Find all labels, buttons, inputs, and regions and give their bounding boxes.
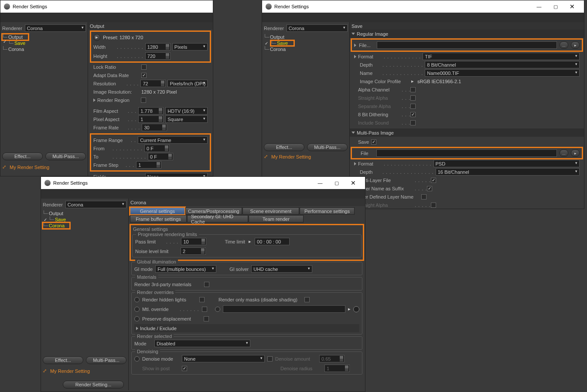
pd-radio[interactable]: [134, 316, 140, 321]
tab-general[interactable]: General settings: [130, 207, 185, 215]
lock-ratio-check[interactable]: [141, 64, 147, 70]
width-input[interactable]: 1280: [145, 43, 171, 51]
renderer-select[interactable]: Corona: [25, 24, 86, 32]
preset-play-icon[interactable]: ▸: [93, 34, 100, 41]
udln-check[interactable]: [421, 194, 427, 199]
multipass-button[interactable]: Multi-Pass...: [86, 356, 126, 364]
name-select[interactable]: Name0000.TIF: [425, 69, 580, 77]
film-aspect-input[interactable]: 1.778: [138, 107, 164, 115]
preset-label[interactable]: Preset: 1280 x 720: [103, 35, 143, 40]
maximize-button[interactable]: ▢: [328, 180, 345, 186]
mp-depth-select[interactable]: 16 Bit/Channel: [436, 168, 580, 176]
titlebar[interactable]: Render Settings: [0, 0, 213, 13]
tree-save[interactable]: Save: [43, 216, 126, 223]
mlf-check[interactable]: [431, 178, 436, 183]
close-button[interactable]: ✕: [564, 3, 580, 10]
rhl-check[interactable]: [199, 297, 205, 302]
minimize-button[interactable]: —: [531, 4, 547, 9]
dnm-radio[interactable]: [134, 356, 140, 362]
depth-select[interactable]: 8 Bit/Channel: [425, 61, 580, 68]
r3p-check[interactable]: [204, 282, 209, 287]
lns-check[interactable]: [427, 186, 432, 191]
tree-corona[interactable]: Corona: [264, 46, 348, 52]
arrow-icon[interactable]: ▸: [348, 306, 351, 312]
mp-format-select[interactable]: PSD: [433, 160, 580, 167]
mp-save-check[interactable]: [371, 139, 376, 145]
resolution-unit[interactable]: Pixels/Inch (DPI): [167, 80, 208, 87]
include-exclude-header[interactable]: Include / Exclude: [134, 324, 359, 332]
tree-save[interactable]: Save: [2, 40, 86, 46]
noise-limit-input[interactable]: 2: [181, 247, 206, 255]
from-input[interactable]: 0 F: [144, 145, 170, 152]
effect-button[interactable]: Effect...: [43, 356, 83, 364]
width-unit[interactable]: Pixels: [172, 43, 208, 51]
rom-check[interactable]: [304, 297, 310, 302]
format-expand-icon[interactable]: [354, 55, 356, 58]
render-setting-button[interactable]: Render Setting...: [63, 381, 124, 389]
alpha-check[interactable]: [410, 87, 416, 92]
maximize-button[interactable]: ▢: [547, 4, 564, 10]
time-limit-input[interactable]: 00 : 00 : 00: [255, 238, 290, 245]
globe-icon[interactable]: [353, 306, 359, 312]
minimize-button[interactable]: —: [312, 180, 328, 186]
resolution-input[interactable]: 72: [140, 80, 166, 87]
tree-output[interactable]: Output: [264, 34, 348, 40]
file-path-input[interactable]: [377, 41, 557, 49]
multipass-image-header[interactable]: Multi-Pass Image: [350, 128, 584, 137]
dnm-check[interactable]: [267, 356, 273, 362]
gi-mode-select[interactable]: Full (multiple bounces): [155, 265, 216, 273]
save-tree-check[interactable]: [264, 41, 269, 46]
titlebar[interactable]: Render Settings — ▢ ✕: [262, 0, 584, 13]
to-input[interactable]: 0 F: [148, 153, 173, 160]
mp-file-input[interactable]: [376, 149, 557, 157]
tab-perf[interactable]: Performance settings: [300, 207, 355, 215]
render-mode-select[interactable]: Disabled: [154, 340, 250, 347]
mtl-radio[interactable]: [134, 307, 140, 312]
mtl-override-input[interactable]: [223, 305, 345, 313]
region-expand-icon[interactable]: [93, 98, 96, 102]
save-tree-check3[interactable]: [43, 217, 48, 223]
tree-corona[interactable]: Corona: [2, 46, 86, 52]
my-render-setting[interactable]: My Render Setting: [50, 368, 90, 374]
file-expand-icon[interactable]: [354, 44, 356, 47]
titlebar[interactable]: Render Settings — ▢ ✕: [41, 177, 365, 189]
gi-solver-select[interactable]: UHD cache: [251, 265, 312, 273]
mp-play-button[interactable]: ▸: [571, 149, 580, 157]
rhl-radio[interactable]: [134, 297, 140, 302]
regular-image-header[interactable]: Regular Image: [350, 30, 584, 38]
pixel-aspect-input[interactable]: 1: [138, 115, 164, 123]
tab-gi2[interactable]: Secondary GI: UHD Cache: [187, 215, 248, 223]
tree-output[interactable]: Output: [43, 210, 126, 216]
close-button[interactable]: ✕: [345, 179, 362, 186]
frame-rate-input[interactable]: 30: [142, 124, 167, 131]
mtl-radio2[interactable]: [215, 307, 220, 312]
multipass-button[interactable]: Multi-Pass...: [45, 152, 86, 160]
adapt-rate-check[interactable]: [141, 73, 147, 78]
browse-button[interactable]: ...: [560, 41, 568, 49]
pixel-aspect-preset[interactable]: Square: [165, 115, 208, 123]
renderer-select[interactable]: Corona: [287, 24, 348, 32]
icp-expand-icon[interactable]: ▸: [411, 78, 414, 84]
play-button[interactable]: ▸: [571, 41, 580, 49]
effect-button[interactable]: Effect...: [2, 152, 43, 160]
multipass-button[interactable]: Multi-Pass...: [307, 143, 348, 151]
save-enable-check[interactable]: [2, 39, 7, 44]
dither-check[interactable]: [410, 112, 416, 117]
tab-fb[interactable]: Frame buffer settings: [130, 215, 187, 223]
pass-limit-input[interactable]: 10: [181, 238, 206, 245]
denoise-mode-select[interactable]: None: [182, 355, 265, 362]
renderer-select[interactable]: Corona: [65, 201, 126, 208]
mp-format-expand[interactable]: [354, 162, 356, 166]
my-render-setting[interactable]: My Render Setting: [10, 165, 49, 170]
my-render-setting[interactable]: My Render Setting: [271, 154, 311, 159]
tab-scene[interactable]: Scene environment: [242, 207, 299, 215]
mtl-check[interactable]: [202, 307, 207, 312]
frame-step-input[interactable]: 1: [136, 161, 161, 169]
tree-corona[interactable]: Corona: [43, 223, 70, 229]
tab-team[interactable]: Team render: [249, 215, 304, 223]
pd-check[interactable]: [204, 316, 209, 321]
effect-button[interactable]: Effect...: [264, 143, 304, 151]
region-check[interactable]: [141, 98, 146, 103]
mp-browse-button[interactable]: ...: [560, 149, 568, 157]
frame-range-select[interactable]: Current Frame: [138, 136, 208, 144]
